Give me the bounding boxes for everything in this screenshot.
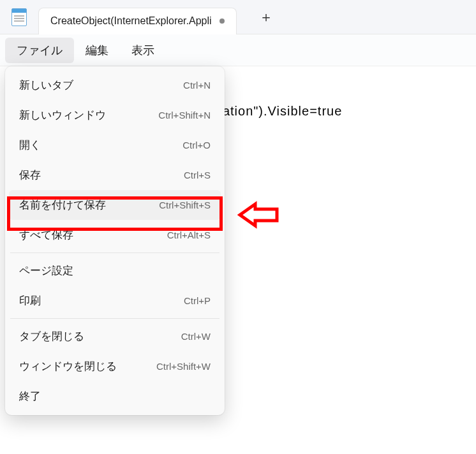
menu-view-label: 表示 (131, 44, 154, 57)
menu-separator (10, 253, 219, 253)
app-icon-container (0, 8, 38, 26)
menu-item-label: 名前を付けて保存 (19, 198, 106, 212)
menu-item-shortcut: Ctrl+Shift+N (158, 110, 211, 121)
notepad-icon (11, 8, 27, 26)
tab[interactable]: CreateObject(InternetExplorer.Appli (38, 8, 237, 34)
menu-item-label: ページ設定 (19, 263, 73, 278)
tab-dirty-indicator-icon[interactable] (219, 18, 225, 24)
annotation-arrow-icon (237, 200, 281, 232)
open-menu-item[interactable]: 開くCtrl+O (9, 130, 221, 160)
save-all-menu-item[interactable]: すべて保存Ctrl+Alt+S (9, 220, 221, 250)
page-setup-menu-item[interactable]: ページ設定 (9, 256, 221, 286)
menu-edit-label: 編集 (86, 44, 108, 57)
close-window-menu-item[interactable]: ウィンドウを閉じるCtrl+Shift+W (9, 351, 221, 381)
exit-menu-item[interactable]: 終了 (9, 381, 221, 411)
menu-item-label: 開く (19, 138, 41, 152)
menu-item-label: 印刷 (19, 293, 41, 308)
menu-file[interactable]: ファイル (5, 38, 74, 63)
save-as-menu-item[interactable]: 名前を付けて保存Ctrl+Shift+S (9, 190, 221, 220)
menu-item-shortcut: Ctrl+P (184, 295, 211, 306)
menu-item-label: 終了 (19, 389, 41, 404)
menu-edit[interactable]: 編集 (74, 38, 120, 63)
tab-title: CreateObject(InternetExplorer.Appli (50, 15, 212, 27)
print-menu-item[interactable]: 印刷Ctrl+P (9, 286, 221, 316)
new-tab-button[interactable]: ＋ (256, 7, 276, 27)
title-bar: CreateObject(InternetExplorer.Appli ＋ (0, 0, 476, 34)
menu-item-label: 新しいウィンドウ (19, 108, 106, 122)
menu-view[interactable]: 表示 (120, 38, 166, 63)
menu-item-shortcut: Ctrl+N (183, 80, 211, 91)
menu-item-label: 新しいタブ (19, 78, 73, 92)
file-dropdown-menu: 新しいタブCtrl+N新しいウィンドウCtrl+Shift+N開くCtrl+O保… (5, 66, 225, 415)
menu-item-shortcut: Ctrl+Alt+S (167, 230, 211, 240)
menu-item-shortcut: Ctrl+Shift+S (159, 200, 211, 210)
menu-item-shortcut: Ctrl+S (184, 170, 211, 180)
menu-item-shortcut: Ctrl+Shift+W (156, 361, 211, 372)
menu-item-label: タブを閉じる (19, 329, 84, 344)
new-window-menu-item[interactable]: 新しいウィンドウCtrl+Shift+N (9, 100, 221, 130)
save-menu-item[interactable]: 保存Ctrl+S (9, 160, 221, 190)
menu-item-shortcut: Ctrl+O (182, 140, 211, 150)
menu-file-label: ファイル (17, 44, 63, 57)
menu-item-label: すべて保存 (19, 228, 73, 242)
new-tab-menu-item[interactable]: 新しいタブCtrl+N (9, 70, 221, 100)
menu-item-label: ウィンドウを閉じる (19, 359, 117, 374)
plus-icon: ＋ (259, 8, 273, 27)
close-tab-menu-item[interactable]: タブを閉じるCtrl+W (9, 321, 221, 351)
menu-separator (10, 318, 219, 319)
menu-bar: ファイル 編集 表示 (0, 34, 476, 66)
menu-item-label: 保存 (19, 168, 41, 182)
menu-item-shortcut: Ctrl+W (181, 331, 211, 342)
